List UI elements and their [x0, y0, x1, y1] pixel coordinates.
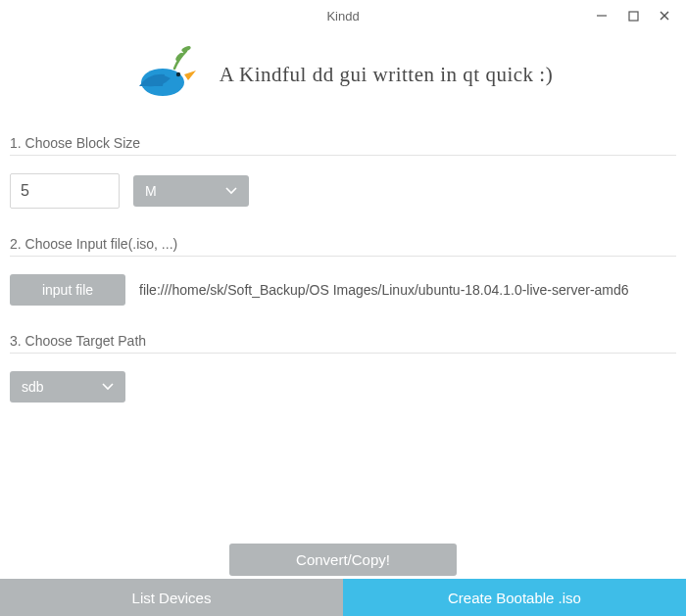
tab-create-bootable-label: Create Bootable .iso	[448, 590, 581, 606]
main-content: 1. Choose Block Size M 2. Choose Input f…	[0, 129, 686, 403]
tab-list-devices-label: List Devices	[132, 590, 212, 606]
tab-list-devices[interactable]: List Devices	[0, 579, 343, 616]
convert-bar: Convert/Copy!	[0, 544, 686, 576]
step3-label: 3. Choose Target Path	[10, 327, 676, 354]
input-file-button-label: input file	[42, 282, 93, 298]
convert-copy-label: Convert/Copy!	[296, 551, 390, 568]
app-header: A Kindful dd gui written in qt quick :)	[0, 31, 686, 129]
maximize-button[interactable]	[617, 0, 649, 31]
target-path-value: sdb	[22, 379, 44, 395]
maximize-icon	[628, 11, 639, 22]
step3-row: sdb	[10, 371, 676, 403]
step2-label: 2. Choose Input file(.iso, ...)	[10, 230, 676, 257]
target-path-select[interactable]: sdb	[10, 371, 125, 403]
window-title: Kindd	[326, 9, 359, 24]
block-size-unit-value: M	[145, 183, 157, 199]
input-file-path: file:///home/sk/Soft_Backup/OS Images/Li…	[139, 282, 629, 298]
step1-row: M	[10, 173, 676, 209]
close-icon	[659, 10, 670, 22]
chevron-down-icon	[225, 187, 237, 195]
title-bar: Kindd	[0, 0, 686, 31]
bird-logo-icon	[133, 39, 204, 110]
block-size-input[interactable]	[10, 173, 120, 209]
svg-point-7	[176, 72, 180, 76]
window-controls	[586, 0, 680, 31]
input-file-button[interactable]: input file	[10, 274, 125, 306]
app-tagline: A Kindful dd gui written in qt quick :)	[220, 63, 553, 87]
bottom-tabs: List Devices Create Bootable .iso	[0, 579, 686, 616]
convert-copy-button[interactable]: Convert/Copy!	[229, 544, 457, 576]
svg-rect-1	[629, 12, 638, 21]
block-size-unit-select[interactable]: M	[133, 175, 249, 207]
close-button[interactable]	[649, 0, 680, 31]
minimize-icon	[596, 10, 608, 22]
step1-label: 1. Choose Block Size	[10, 129, 676, 156]
chevron-down-icon	[102, 383, 114, 391]
tab-create-bootable[interactable]: Create Bootable .iso	[343, 579, 686, 616]
minimize-button[interactable]	[586, 0, 617, 31]
step2-row: input file file:///home/sk/Soft_Backup/O…	[10, 274, 676, 306]
